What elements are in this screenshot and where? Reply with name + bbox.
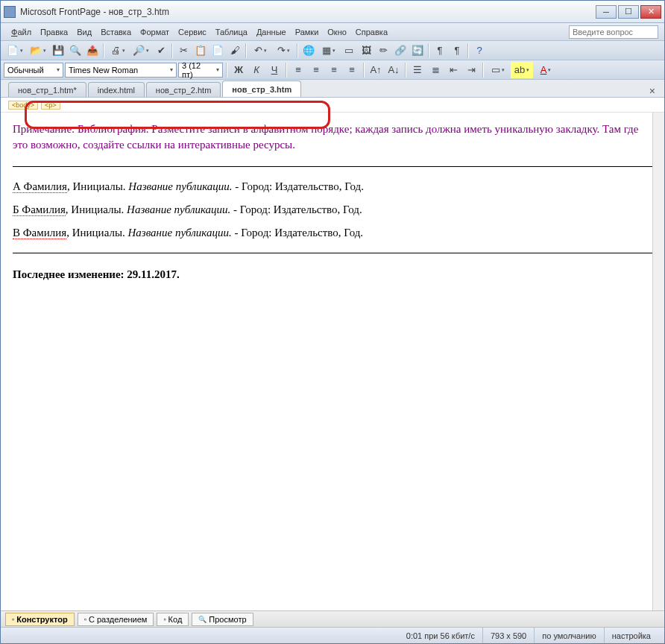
web-component-button[interactable]: 🌐	[300, 42, 317, 59]
menu-frames[interactable]: Рамки	[291, 25, 324, 39]
code-icon: ▫	[163, 616, 166, 623]
status-dimensions: 793 x 590	[483, 628, 535, 643]
menu-table[interactable]: Таблица	[211, 25, 252, 39]
align-center-button[interactable]: ≡	[308, 62, 324, 78]
menu-window[interactable]: Окно	[323, 25, 351, 39]
design-icon: ▫	[12, 616, 14, 623]
file-tab-1[interactable]: index.html	[88, 82, 145, 97]
status-mode: по умолчанию	[535, 628, 604, 643]
help-search-input[interactable]	[569, 25, 658, 39]
file-tab-0[interactable]: нов_стр_1.htm*	[8, 82, 86, 97]
font-select[interactable]: Times New Roman	[65, 63, 177, 78]
bibliography-entry: В Фамилия, Инициалы. Название публикации…	[13, 227, 652, 239]
split-icon: ▫	[84, 616, 86, 623]
content-area[interactable]: Примечание: Библиография. Разместите зап…	[1, 113, 664, 610]
show-all-button[interactable]: ¶	[432, 42, 448, 59]
view-tab-preview[interactable]: 🔍Просмотр	[192, 613, 253, 626]
vertical-scrollbar[interactable]	[652, 113, 664, 610]
bullet-list-button[interactable]: ≣	[427, 62, 444, 78]
document-tabs: нов_стр_1.htm* index.html нов_стр_2.htm …	[1, 80, 664, 98]
format-toolbar: Обычный Times New Roman 3 (12 пт) Ж К Ч …	[1, 60, 664, 80]
publish-button[interactable]: 📤	[84, 42, 101, 59]
menubar: Файл Правка Вид Вставка Формат Сервис Та…	[1, 23, 664, 41]
menu-view[interactable]: Вид	[72, 25, 96, 39]
minimize-button[interactable]: ─	[596, 5, 617, 19]
frontpage-icon	[4, 6, 16, 18]
window-title: Microsoft FrontPage - нов_стр_3.htm	[20, 7, 596, 17]
close-button[interactable]: ✕	[640, 5, 661, 19]
view-tab-design[interactable]: ▫Конструктор	[5, 613, 75, 626]
search-button[interactable]: 🔍	[67, 42, 83, 59]
divider	[13, 253, 652, 253]
menu-edit[interactable]: Правка	[36, 25, 72, 39]
maximize-button[interactable]: ☐	[618, 5, 639, 19]
highlight-button[interactable]: ab	[511, 62, 533, 78]
open-button[interactable]: 📂	[27, 42, 49, 59]
status-setup[interactable]: настройка	[605, 628, 658, 643]
menu-insert[interactable]: Вставка	[96, 25, 136, 39]
increase-font-button[interactable]: A↑	[368, 62, 384, 78]
bibliography-note: Примечание: Библиография. Разместите зап…	[13, 121, 652, 153]
border-button[interactable]: ▭	[487, 62, 509, 78]
tag-breadcrumb: <body> <p>	[1, 98, 664, 113]
close-tab-button[interactable]: ×	[649, 85, 655, 97]
cut-button[interactable]: ✂	[175, 42, 192, 59]
file-tab-3[interactable]: нов_стр_3.htm	[222, 80, 301, 97]
align-justify-button[interactable]: ≡	[344, 62, 360, 78]
file-tab-2[interactable]: нов_стр_2.htm	[146, 82, 221, 97]
divider	[13, 166, 652, 167]
statusbar: 0:01 при 56 кбит/с 793 x 590 по умолчани…	[1, 627, 664, 643]
copy-button[interactable]: 📋	[192, 42, 209, 59]
font-color-button[interactable]: A	[535, 62, 557, 78]
app-window: Microsoft FrontPage - нов_стр_3.htm ─ ☐ …	[0, 0, 665, 644]
preview-icon: 🔍	[198, 616, 207, 623]
view-tabs: ▫Конструктор ▫С разделением ▫Код 🔍Просмо…	[1, 610, 664, 627]
menu-file[interactable]: Файл	[7, 25, 36, 39]
breadcrumb-p-tag[interactable]: <p>	[41, 101, 60, 110]
breadcrumb-body-tag[interactable]: <body>	[8, 101, 38, 110]
increase-indent-button[interactable]: ⇥	[463, 62, 479, 78]
decrease-indent-button[interactable]: ⇤	[445, 62, 461, 78]
decrease-font-button[interactable]: A↓	[385, 62, 402, 78]
menu-tools[interactable]: Сервис	[174, 25, 211, 39]
underline-button[interactable]: Ч	[266, 62, 283, 78]
align-right-button[interactable]: ≡	[326, 62, 342, 78]
hyperlink-button[interactable]: 🔗	[392, 42, 409, 59]
paste-button[interactable]: 📄	[209, 42, 226, 59]
layer-button[interactable]: ▭	[341, 42, 357, 59]
align-left-button[interactable]: ≡	[290, 62, 306, 78]
bibliography-entry: Б Фамилия, Инициалы. Название публикации…	[13, 203, 652, 216]
view-tab-split[interactable]: ▫С разделением	[78, 613, 154, 626]
size-select[interactable]: 3 (12 пт)	[178, 63, 223, 78]
redo-button[interactable]: ↷	[272, 42, 294, 59]
save-button[interactable]: 💾	[50, 42, 66, 59]
print-button[interactable]: 🖨	[107, 42, 129, 59]
titlebar: Microsoft FrontPage - нов_стр_3.htm ─ ☐ …	[1, 1, 664, 23]
menu-format[interactable]: Формат	[136, 25, 174, 39]
format-painter-button[interactable]: 🖌	[227, 42, 243, 59]
preview-button[interactable]: 🔎	[130, 42, 152, 59]
table-button[interactable]: ▦	[318, 42, 340, 59]
italic-button[interactable]: К	[248, 62, 265, 78]
numbered-list-button[interactable]: ☰	[409, 62, 426, 78]
help-button[interactable]: ?	[471, 42, 488, 59]
bold-button[interactable]: Ж	[230, 62, 247, 78]
draw-button[interactable]: ✏	[375, 42, 391, 59]
menu-help[interactable]: Справка	[351, 25, 392, 39]
menu-data[interactable]: Данные	[252, 25, 291, 39]
undo-button[interactable]: ↶	[249, 42, 271, 59]
last-modified: Последнее изменение: 29.11.2017.	[13, 268, 652, 281]
view-tab-code[interactable]: ▫Код	[157, 613, 189, 626]
new-button[interactable]: 📄	[4, 42, 26, 59]
status-download-time: 0:01 при 56 кбит/с	[399, 628, 483, 643]
style-select[interactable]: Обычный	[4, 63, 63, 78]
standard-toolbar: 📄 📂 💾 🔍 📤 🖨 🔎 ✔ ✂ 📋 📄 🖌 ↶ ↷ 🌐 ▦ ▭ 🖼 ✏ 🔗 …	[1, 41, 664, 60]
spellcheck-button[interactable]: ✔	[153, 42, 169, 59]
show-tags-button[interactable]: ¶	[449, 42, 465, 59]
bibliography-entry: А Фамилия, Инициалы. Название публикации…	[13, 180, 652, 193]
refresh-button[interactable]: 🔄	[409, 42, 426, 59]
picture-button[interactable]: 🖼	[358, 42, 374, 59]
